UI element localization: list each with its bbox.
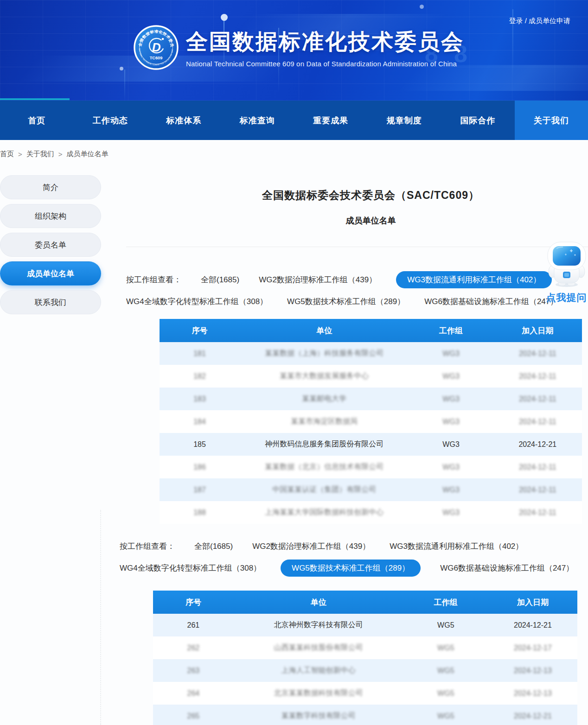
filter-group-wg5: 按工作组查看：全部(1685)WG2数据治理标准工作组（439）WG3数据流通利… xyxy=(120,537,588,581)
cell-date: 2024-12-11 xyxy=(493,365,582,388)
brand: 全国数据标准化技术委员会 NATIONAL TECHNICAL COMMITTE… xyxy=(134,25,464,70)
filter-option[interactable]: WG2数据治理标准工作组（439） xyxy=(252,541,370,552)
page: 8 8 登录 / 成员单位申请 全国数据标准化技术委员会 NATIONAL TE… xyxy=(0,0,588,725)
cell-date-text: 2024-12-11 xyxy=(519,509,556,517)
cell-unit-text: 北京某某数据科技有限公司 xyxy=(274,688,363,698)
filter-option[interactable]: WG4全域数字化转型标准工作组（308） xyxy=(126,296,268,307)
cell-wg-text: WG5 xyxy=(437,712,454,720)
cell-seq-text: 186 xyxy=(193,463,206,471)
cell-seq: 185 xyxy=(160,433,240,456)
cell-date: 2024-12-21 xyxy=(488,614,577,636)
column-header: 序号 xyxy=(153,591,234,614)
cell-date: 2024-12-21 xyxy=(493,433,582,456)
filter-option[interactable]: WG5数据技术标准工作组（289） xyxy=(287,296,405,307)
nav-item-5[interactable]: 规章制度 xyxy=(368,101,441,140)
cell-date-text: 2024-12-11 xyxy=(519,395,556,403)
cell-seq: 263 xyxy=(153,659,234,682)
sidebar-item-0[interactable]: 简介 xyxy=(0,175,101,199)
filter-option[interactable]: WG3数据流通利用标准工作组（402） xyxy=(390,541,523,552)
nav-item-1[interactable]: 工作动态 xyxy=(74,101,147,140)
table-row: 265某某数字科技有限公司WG52024-12-21 xyxy=(153,705,577,725)
cell-date: 2024-12-17 xyxy=(488,636,577,659)
cell-seq: 183 xyxy=(160,388,240,410)
page-title: 全国数据标委会技术委员会（SAC/TC609） xyxy=(160,188,582,203)
filter-option[interactable]: WG6数据基础设施标准工作组（247） xyxy=(440,563,574,573)
assistant-label[interactable]: 点我提问 xyxy=(545,291,588,304)
robot-mascot-icon xyxy=(545,241,588,287)
cell-wg-text: WG3 xyxy=(442,486,459,494)
breadcrumb-link-0[interactable]: 首页 xyxy=(0,150,14,159)
filter-option[interactable]: WG6数据基础设施标准工作组（247） xyxy=(424,296,558,307)
cell-unit: 上海人工智能创新中心 xyxy=(234,659,403,682)
cell-unit-text: 某某市大数据发展服务中心 xyxy=(280,371,369,381)
cell-date-text: 2024-12-21 xyxy=(518,440,556,449)
cell-unit-text: 某某数字科技有限公司 xyxy=(281,711,356,721)
cell-unit-text: 上海人工智能创新中心 xyxy=(281,666,356,675)
decorative-dotted-line xyxy=(100,510,101,725)
sidebar-item-3[interactable]: 成员单位名单 xyxy=(0,261,101,286)
brand-text: 全国数据标准化技术委员会 National Technical Committe… xyxy=(186,27,464,68)
member-table-wg5: 序号单位工作组加入日期261北京神州数字科技有限公司WG52024-12-212… xyxy=(153,591,577,725)
sidebar-item-1[interactable]: 组织架构 xyxy=(0,204,101,228)
column-header: 工作组 xyxy=(403,591,488,614)
member-table-wg3: 序号单位工作组加入日期181某某数据（上海）科技服务有限公司WG32024-12… xyxy=(160,319,582,524)
sidebar: 简介组织架构委员名单成员单位名单联系我们 xyxy=(0,175,101,319)
nav-item-0[interactable]: 首页 xyxy=(0,101,74,140)
cell-unit: 北京神州数字科技有限公司 xyxy=(234,614,403,636)
cell-date: 2024-12-21 xyxy=(488,705,577,725)
cell-date-text: 2024-12-11 xyxy=(519,486,556,494)
cell-date: 2024-12-11 xyxy=(493,388,582,410)
cell-wg-text: WG3 xyxy=(442,350,459,358)
nav-item-3[interactable]: 标准查询 xyxy=(221,101,294,140)
cell-wg: WG3 xyxy=(409,456,493,478)
table-row: 262山西某某科技股份有限公司WG52024-12-17 xyxy=(153,636,577,659)
filter-pill-active[interactable]: WG3数据流通利用标准工作组（402） xyxy=(396,271,552,288)
table-row: 186某某数据（北京）信息技术有限公司WG32024-12-11 xyxy=(160,456,582,478)
cell-seq: 261 xyxy=(153,614,234,636)
cell-date-text: 2024-12-17 xyxy=(514,644,552,652)
breadcrumb-link-2[interactable]: 成员单位名单 xyxy=(67,150,109,159)
cell-date: 2024-12-11 xyxy=(493,456,582,478)
table-row: 187中国某某认证（集团）有限公司WG32024-12-11 xyxy=(160,478,582,501)
cell-wg: WG3 xyxy=(409,433,493,456)
main-nav: 首页工作动态标准体系标准查询重要成果规章制度国际合作关于我们 xyxy=(0,101,588,140)
filter-row: WG4全域数字化转型标准工作组（308）WG5数据技术标准工作组（289）WG6… xyxy=(126,293,588,310)
cell-wg: WG3 xyxy=(409,365,493,388)
breadcrumb-separator: > xyxy=(18,150,22,158)
cell-date-text: 2024-12-11 xyxy=(519,463,556,471)
table-row: 261北京神州数字科技有限公司WG52024-12-21 xyxy=(153,614,577,636)
login-link[interactable]: 登录 / 成员单位申请 xyxy=(509,17,570,25)
column-header: 序号 xyxy=(160,319,240,342)
sidebar-item-4[interactable]: 联系我们 xyxy=(0,290,101,314)
cell-unit-text: 北京神州数字科技有限公司 xyxy=(274,620,363,630)
filter-option[interactable]: WG2数据治理标准工作组（439） xyxy=(259,274,377,285)
cell-seq-text: 261 xyxy=(187,621,200,630)
nav-item-7[interactable]: 关于我们 xyxy=(515,101,588,140)
nav-item-2[interactable]: 标准体系 xyxy=(147,101,221,140)
cell-wg: WG3 xyxy=(409,501,493,524)
cell-date: 2024-12-11 xyxy=(493,410,582,433)
nav-item-4[interactable]: 重要成果 xyxy=(294,101,368,140)
filter-pill-active[interactable]: WG5数据技术标准工作组（289） xyxy=(281,560,421,577)
sidebar-item-2[interactable]: 委员名单 xyxy=(0,233,101,257)
cell-seq: 188 xyxy=(160,501,240,524)
column-header: 单位 xyxy=(234,591,403,614)
svg-text:TC609: TC609 xyxy=(150,56,163,60)
cell-date: 2024-12-13 xyxy=(488,682,577,705)
header-decoration-dot xyxy=(120,67,123,70)
cell-date: 2024-12-11 xyxy=(493,342,582,365)
cell-unit-text: 中国某某认证（集团）有限公司 xyxy=(272,485,376,495)
table-row: 183某某邮电大学WG32024-12-11 xyxy=(160,388,582,410)
cell-wg: WG5 xyxy=(403,659,488,682)
filter-option[interactable]: 全部(1685) xyxy=(194,541,233,552)
cell-date-text: 2024-12-11 xyxy=(519,418,556,426)
column-header: 工作组 xyxy=(409,319,493,342)
cell-unit: 某某邮电大学 xyxy=(240,388,409,410)
filter-option[interactable]: 全部(1685) xyxy=(201,274,239,285)
breadcrumb-link-1[interactable]: 关于我们 xyxy=(26,150,54,159)
filter-option[interactable]: WG4全域数字化转型标准工作组（308） xyxy=(120,563,261,573)
breadcrumb-separator: > xyxy=(58,150,63,158)
assistant-widget[interactable]: 点我提问 xyxy=(545,241,588,304)
cell-seq-text: 187 xyxy=(193,486,206,494)
nav-item-6[interactable]: 国际合作 xyxy=(441,101,515,140)
